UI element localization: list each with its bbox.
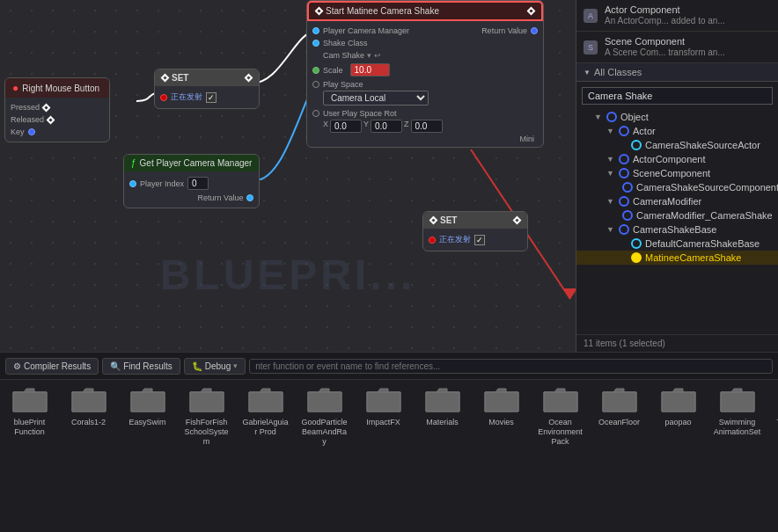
y-input[interactable] [371,120,402,133]
content-browser: bluePrint Function Corals1-2 [0,380,778,532]
folder-item-9[interactable]: Ocean Environment Pack [536,383,584,446]
set1-checkbox[interactable]: ✓ [206,92,217,103]
folder-svg-12 [719,383,756,415]
y-label: Y [363,120,369,133]
tree-item-actorcomp[interactable]: ▼ ActorComponent [576,152,778,166]
folder-item-12[interactable]: Swimming AnimationSet [713,383,761,437]
node-set1-header: SET [155,69,259,86]
main-container: BLUEPRI... ● Right Mouse Button [0,0,778,532]
play-space-dropdown[interactable]: Camera Local [323,91,429,106]
find-results-btn[interactable]: 🔍 Find Results [102,358,180,375]
pin-play-space-label: Play Space [323,80,363,89]
cam-shake-val: Cam Shake [323,51,364,60]
z-input[interactable] [411,120,443,133]
pin-released: Released [11,113,104,126]
folder-item-3[interactable]: FishForFish SchoolSystem [182,383,231,446]
folder-item-1[interactable]: Corals1-2 [64,383,113,427]
tree-icon-cammod [619,196,629,207]
tree-item-object[interactable]: ▼ Object [576,110,778,124]
compiler-results-btn[interactable]: ⚙ Compiler Results [5,358,99,375]
scene-component-row[interactable]: S Scene Component A Scene Com... transfo… [576,32,778,63]
tree-item-scenecomp[interactable]: ▼ SceneComponent [576,166,778,180]
pin-pcm-label: Player Camera Manager [323,26,409,35]
node-getpcm[interactable]: ƒ Get Player Camera Manager Player Index… [123,154,260,208]
scene-component-label: Scene Component [605,36,725,47]
folder-svg-9 [542,383,579,415]
tree-item-cammod[interactable]: ▼ CameraModifier [576,194,778,208]
svg-marker-1 [563,288,576,299]
pin-scale-label: Scale [323,66,343,75]
pin-shake-class-label: Shake Class [323,39,368,47]
set1-bool-in[interactable] [160,94,167,101]
debug-btn[interactable]: 🐛 Debug ▾ [184,358,246,375]
tree-item-mcs[interactable]: MatineeCameraShake [576,251,778,265]
blueprint-watermark: BLUEPRI... [160,251,416,299]
node-getpcm-body: Player Index Return Value [124,171,259,208]
pin-released-dot[interactable] [47,115,55,124]
tree-label-actor: Actor [633,126,656,136]
folder-svg-5 [306,383,343,415]
node-set1-body: 正在发射 ✓ [155,86,259,108]
folder-item-5[interactable]: GoodParticle BeamAndRay [300,383,349,446]
node-rmb[interactable]: ● Right Mouse Button Pressed Released Ke… [4,77,110,142]
class-search-input[interactable] [582,87,773,105]
folder-label-7: Materials [426,418,459,427]
folder-icon-7 [424,383,461,415]
folder-label-4: GabrielAguiar Prod [241,418,290,437]
tree-item-csbase[interactable]: ▼ CameraShakeBase [576,222,778,237]
pin-return-dot [246,194,253,201]
blueprint-canvas[interactable]: BLUEPRI... ● Right Mouse Button [0,0,576,352]
actor-component-row[interactable]: A Actor Component An ActorComp... added … [576,0,778,32]
folder-item-11[interactable]: paopao [654,383,702,427]
pin-key-dot[interactable] [28,128,35,135]
folder-item-6[interactable]: ImpactFX [359,383,407,427]
search-box-container [576,82,778,110]
folder-icon-6 [365,383,402,415]
pin-user-play-space: User Play Space Rot [312,107,538,120]
tree-icon-actor [619,126,629,136]
mini-label: Mini [519,135,534,143]
player-index-input[interactable] [187,177,209,190]
compiler-results-label: Compiler Results [24,361,91,371]
tree-item-dcsb[interactable]: DefaultCameraShakeBase [576,237,778,251]
tree-item-actor[interactable]: ▼ Actor [576,124,778,138]
pin-key-label: Key [11,128,25,136]
tree-icon-object [606,112,617,122]
pin-player-index-dot [129,180,136,187]
pin-player-index-label: Player Index [140,179,184,188]
node-scs-title: Start Matinee Camera Shake [326,6,439,16]
folder-label-1: Corals1-2 [71,418,106,427]
x-input[interactable] [330,120,362,133]
scale-input[interactable] [350,63,390,77]
folder-item-4[interactable]: GabrielAguiar Prod [241,383,290,437]
set2-chinese-label: 正在发射 [439,234,471,245]
tree-item-cmcs[interactable]: CameraModifier_CameraShake [576,208,778,222]
folder-item-0[interactable]: bluePrint Function [5,383,54,437]
node-scs[interactable]: Start Matinee Camera Shake Player Camera… [306,0,544,148]
folder-item-8[interactable]: Movies [477,383,525,427]
tree-item-cssa[interactable]: CameraShakeSourceActor [576,138,778,152]
function-search-input[interactable] [249,359,773,374]
set2-checkbox[interactable]: ✓ [474,235,485,245]
node-set2[interactable]: SET 正在发射 ✓ [422,211,528,251]
debug-label: Debug [205,361,231,371]
folder-item-10[interactable]: OceanFloor [595,383,643,427]
folder-label-8: Movies [488,418,514,427]
node-scs-header: Start Matinee Camera Shake [307,1,543,21]
folder-item-7[interactable]: Materials [418,383,466,427]
folder-item-2[interactable]: EasySwim [123,383,172,427]
node-set1[interactable]: SET 正在发射 ✓ [154,69,260,109]
pin-pressed-dot[interactable] [42,103,51,112]
folder-item-13[interactable]: TC_Assets [772,383,778,427]
tree-item-cssc[interactable]: CameraShakeSourceComponent [576,180,778,194]
set2-bool-in[interactable] [429,237,436,244]
pin-play-space-dot [312,81,319,88]
tree-expand-object: ▼ [594,113,603,121]
folder-svg-4 [247,383,284,415]
tree-label-cssa: CameraShakeSourceActor [645,140,760,150]
folder-svg-10 [601,383,638,415]
folder-svg-7 [424,383,461,415]
play-space-dropdown-row: Camera Local [312,91,538,107]
all-classes-triangle: ▼ [584,69,591,77]
folder-icon-10 [601,383,638,415]
